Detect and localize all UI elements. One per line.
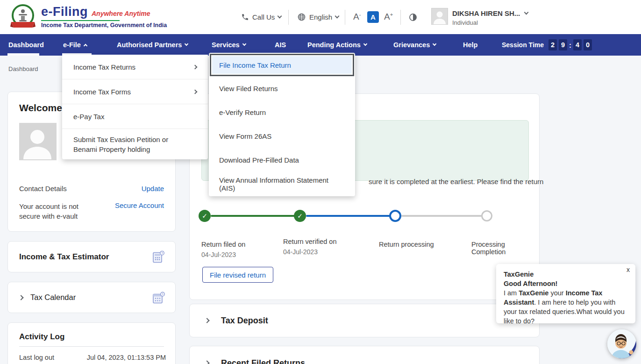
logo-title: e-Filing [41, 5, 88, 19]
secure-account-link[interactable]: Secure Account [115, 201, 164, 221]
contact-details-label: Contact Details [19, 185, 67, 193]
user-menu[interactable]: DIKSHA HIREN SH... [452, 9, 528, 17]
efiling-portal-page: e-Filing Anywhere Anytime Income Tax Dep… [0, 0, 641, 364]
step-check-icon: ✓ [199, 210, 211, 222]
chevron-right-icon [204, 360, 209, 364]
nav-grievances[interactable]: Grievances [393, 34, 436, 56]
step-label: Return verified on [283, 238, 336, 245]
contrast-toggle-button[interactable] [408, 0, 418, 34]
step-label: Return filed on [201, 241, 245, 248]
session-digit: 9 [559, 39, 567, 50]
last-logout-value: Jul 04, 2023, 01:13:53 PM [87, 354, 166, 361]
chevron-down-icon [433, 42, 436, 46]
banner-text: sure it is completed at the earliest. Pl… [369, 178, 543, 186]
menu-item-income-tax-returns[interactable]: Income Tax Returns [62, 55, 208, 79]
activity-log-title: Activity Log [19, 332, 64, 342]
breadcrumb: Dashboard [8, 65, 38, 72]
chevron-down-icon [242, 42, 246, 46]
last-logout-label: Last log out [19, 354, 54, 361]
phone-icon [241, 13, 249, 21]
nav-help[interactable]: Help [463, 34, 477, 56]
calculator-icon [152, 250, 165, 263]
font-size-increase-button[interactable]: A+ [384, 0, 393, 34]
header-divider [288, 10, 289, 25]
income-tax-returns-submenu: File Income Tax Return View Filed Return… [209, 53, 355, 196]
nav-dashboard[interactable]: Dashboard [8, 34, 44, 56]
submenu-item-download-prefilled-data[interactable]: Download Pre-Filled Data [209, 148, 355, 172]
taxgenie-name: TaxGenie [504, 270, 628, 279]
submenu-item-file-income-tax-return[interactable]: File Income Tax Return [210, 54, 354, 76]
menu-item-submit-tax-evasion-petition[interactable]: Submit Tax Evasion Petition or Benami Pr… [62, 129, 208, 159]
chevron-up-icon [84, 44, 87, 48]
globe-icon [297, 13, 306, 21]
stepper-line-current [306, 215, 392, 217]
chevron-down-icon [363, 42, 367, 46]
efile-dropdown-menu: Income Tax Returns Income Tax Forms e-Pa… [62, 55, 208, 159]
nav-authorised-partners[interactable]: Authorised Partners [117, 34, 188, 56]
step-current-icon [389, 210, 401, 222]
session-time-label: Session Time [502, 41, 544, 49]
estimator-title: Income & Tax Estimator [19, 242, 109, 272]
recent-filed-returns-accordion[interactable]: Recent Filed Returns [189, 346, 540, 364]
user-avatar[interactable] [431, 8, 448, 25]
taxgenie-popup: x TaxGenie Good Afternoon! I am TaxGenie… [496, 264, 635, 323]
menu-item-income-tax-forms[interactable]: Income Tax Forms [62, 79, 208, 104]
step-pending-icon [481, 210, 492, 221]
stepper-line-pending [401, 215, 482, 217]
chevron-right-icon [193, 89, 198, 94]
divider [19, 346, 164, 347]
close-icon[interactable]: x [627, 266, 630, 273]
profile-avatar [19, 123, 57, 160]
submenu-item-everify-return[interactable]: e-Verify Return [209, 100, 355, 124]
tax-deposit-title: Tax Deposit [221, 316, 268, 326]
chevron-down-icon [278, 14, 282, 19]
active-tab-indicator [7, 53, 39, 56]
step-label: Return processing [379, 241, 434, 248]
chevron-right-icon [204, 318, 209, 323]
taxgenie-message: I am TaxGenie your Income Tax Assistant.… [504, 288, 628, 326]
tax-deposit-accordion[interactable]: Tax Deposit [189, 304, 540, 337]
submenu-item-view-ais[interactable]: View Annual Information Statement (AIS) [209, 172, 355, 196]
user-name: DIKSHA HIREN SH... [452, 9, 520, 17]
nav-efile[interactable]: e-File [63, 34, 87, 56]
language-label: English [309, 13, 332, 21]
font-size-decrease-button[interactable]: A- [353, 0, 361, 34]
chevron-down-icon [185, 42, 188, 46]
call-us-menu[interactable]: Call Us [241, 0, 281, 34]
step-label: Processing Completion [471, 241, 539, 256]
tax-calendar-title: Tax Calendar [30, 293, 76, 302]
language-menu[interactable]: English [297, 0, 339, 34]
taxgenie-greeting: Good Afternoon! [504, 279, 628, 288]
activity-log-card: Activity Log Last log out Jul 04, 2023, … [7, 322, 176, 364]
taxgenie-chat-avatar[interactable] [607, 329, 636, 358]
logo-tagline: Anywhere Anytime [92, 10, 150, 17]
contrast-icon [408, 13, 418, 22]
session-digit: 0 [584, 39, 592, 50]
assistant-avatar-icon [607, 329, 636, 358]
stepper-line-done [211, 215, 298, 217]
session-timer: Session Time 2 9 : 4 0 [502, 34, 592, 56]
update-link[interactable]: Update [142, 185, 164, 193]
session-digit: 4 [573, 39, 582, 50]
session-digit: 2 [548, 39, 557, 50]
chevron-down-icon [335, 14, 340, 19]
chevron-down-icon [524, 10, 529, 15]
user-type: Individual [452, 19, 478, 26]
logo-subtitle: Income Tax Department, Government of Ind… [41, 22, 167, 29]
step-date: 04-Jul-2023 [201, 251, 236, 258]
header-divider [400, 10, 401, 25]
font-size-normal-button[interactable]: A [367, 0, 379, 34]
chevron-right-icon [18, 295, 23, 300]
income-tax-estimator-card[interactable]: Income & Tax Estimator [7, 241, 176, 272]
submenu-item-view-filed-returns[interactable]: View Filed Returns [209, 77, 355, 100]
logo-divider [41, 20, 120, 21]
person-icon [432, 8, 448, 24]
tax-calendar-card[interactable]: Tax Calendar [7, 282, 176, 313]
session-colon: : [569, 41, 571, 49]
menu-item-epay-tax[interactable]: e-Pay Tax [62, 104, 208, 128]
submenu-item-view-form-26as[interactable]: View Form 26AS [209, 124, 355, 148]
file-revised-return-button[interactable]: File revised return [202, 267, 273, 283]
logo[interactable]: e-Filing Anywhere Anytime Income Tax Dep… [41, 5, 167, 29]
chevron-right-icon [193, 64, 198, 69]
header: e-Filing Anywhere Anytime Income Tax Dep… [0, 0, 641, 34]
